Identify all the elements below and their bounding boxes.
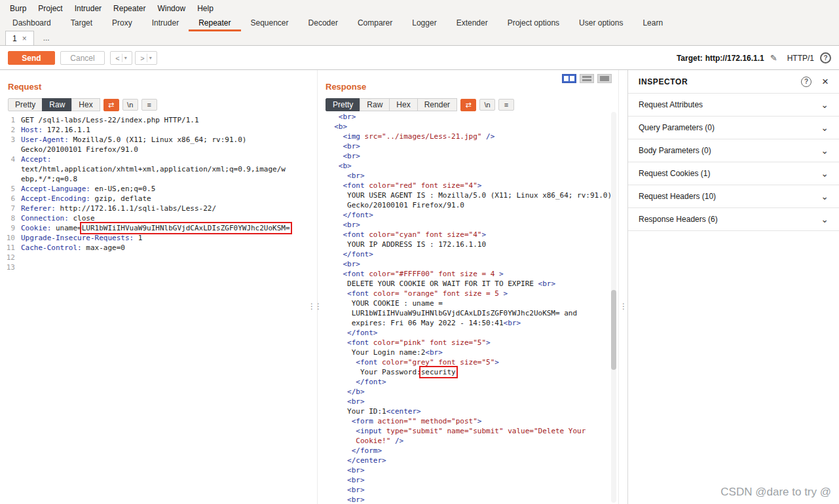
menu-project[interactable]: Project xyxy=(32,4,68,13)
help-icon[interactable]: ? xyxy=(820,52,831,63)
edit-target-icon[interactable]: ✎ xyxy=(770,53,777,63)
code-line: 4Accept: xyxy=(4,154,317,164)
history-forward-button[interactable]: >▾ xyxy=(135,51,157,65)
tab-user-options[interactable]: User options xyxy=(569,16,633,31)
code-line: <font color="pink" font size="5"> xyxy=(326,338,618,348)
code-line: LUR1bWIiIHVuaW9uIHNlbGVjdCAxLDIsZGF0YWJh… xyxy=(326,308,618,318)
repeater-tab-1[interactable]: 1 × xyxy=(5,31,34,45)
code-line: <br> xyxy=(326,141,618,151)
cancel-button[interactable]: Cancel xyxy=(60,51,105,65)
code-segment: > xyxy=(499,270,504,278)
request-newline-icon[interactable]: \n xyxy=(122,99,138,111)
code-segment: </form> xyxy=(326,446,382,455)
inspector-section-request-cookies-1[interactable]: Request Cookies (1)⌄ xyxy=(628,162,839,185)
code-line: Your Password:security xyxy=(326,367,618,377)
code-segment: <form xyxy=(326,417,377,425)
code-line: 6Accept-Encoding: gzip, deflate xyxy=(4,194,317,204)
code-segment: <font xyxy=(326,230,369,239)
close-icon[interactable]: × xyxy=(822,75,829,88)
http-version-button[interactable]: HTTP/1 xyxy=(787,54,814,63)
tab-comparer[interactable]: Comparer xyxy=(348,16,402,31)
code-segment: /> xyxy=(481,132,494,141)
tab-target[interactable]: Target xyxy=(61,16,102,31)
tab-extender[interactable]: Extender xyxy=(447,16,498,31)
tab-decoder[interactable]: Decoder xyxy=(299,16,348,31)
tab-logger[interactable]: Logger xyxy=(402,16,446,31)
code-segment: <input xyxy=(326,427,386,435)
code-line: YOUR COOKIE : uname = xyxy=(326,298,618,308)
code-line: 2Host: 172.16.1.1 xyxy=(4,125,317,135)
code-segment: <font xyxy=(326,181,369,190)
help-icon[interactable]: ? xyxy=(801,77,811,87)
code-segment: expires: Fri 06 May 2022 - 14:50:41 xyxy=(326,319,504,327)
response-tab-raw[interactable]: Raw xyxy=(360,98,390,111)
inspector-section-label: Body Parameters (0) xyxy=(639,146,821,155)
request-nonprintable-toggle-icon[interactable]: ⇄ xyxy=(103,99,119,111)
code-segment: > xyxy=(504,289,508,298)
menu-help[interactable]: Help xyxy=(191,4,219,13)
code-segment: <br> xyxy=(326,142,360,151)
tab-project-options[interactable]: Project options xyxy=(498,16,569,31)
close-icon[interactable]: × xyxy=(22,34,27,43)
panel-splitter-handle[interactable]: ⋮⋮ xyxy=(308,302,321,310)
code-segment: YOUR IP ADDRESS IS : 172.16.1.10 xyxy=(326,240,486,249)
code-segment: <br> xyxy=(504,319,521,327)
inspector-section-request-attributes[interactable]: Request Attributes⌄ xyxy=(628,94,839,117)
code-segment: </center> xyxy=(326,456,386,465)
tab-repeater[interactable]: Repeater xyxy=(189,16,240,31)
response-tab-pretty[interactable]: Pretty xyxy=(326,98,360,111)
code-segment: Cache-Control: xyxy=(21,243,82,252)
line-number: 5 xyxy=(4,184,15,194)
tab-sequencer[interactable]: Sequencer xyxy=(241,16,299,31)
repeater-tab-more[interactable]: ... xyxy=(34,31,59,45)
code-line: <br> xyxy=(326,485,618,495)
response-newline-icon[interactable]: \n xyxy=(479,99,495,111)
tab-dashboard[interactable]: Dashboard xyxy=(3,16,61,31)
code-line: <br> xyxy=(326,171,618,181)
chevron-down-icon: ⌄ xyxy=(821,191,829,202)
layout-single-button[interactable] xyxy=(597,74,612,83)
code-line: </font> xyxy=(326,210,618,220)
layout-rows-button[interactable] xyxy=(580,74,594,83)
menu-repeater[interactable]: Repeater xyxy=(107,4,151,13)
code-segment: DELETE YOUR COOKIE OR WAIT FOR IT TO EXP… xyxy=(326,279,538,288)
code-line: 8Connection: close xyxy=(4,213,317,223)
history-back-button[interactable]: <▾ xyxy=(110,51,132,65)
chevron-down-icon: ⌄ xyxy=(821,168,829,179)
request-tab-raw[interactable]: Raw xyxy=(42,98,72,111)
code-line: Gecko/20100101 Firefox/91.0 xyxy=(326,200,618,210)
menu-intruder[interactable]: Intruder xyxy=(69,4,107,13)
inspector-section-request-headers-10[interactable]: Request Headers (10)⌄ xyxy=(628,185,839,208)
tab-proxy[interactable]: Proxy xyxy=(102,16,142,31)
menu-burp[interactable]: Burp xyxy=(4,4,32,13)
send-button[interactable]: Send xyxy=(8,51,55,65)
request-menu-icon[interactable]: ≡ xyxy=(141,99,157,111)
request-tab-pretty[interactable]: Pretty xyxy=(8,98,43,111)
tab-learn[interactable]: Learn xyxy=(633,16,673,31)
response-menu-icon[interactable]: ≡ xyxy=(498,99,514,111)
layout-columns-button[interactable] xyxy=(562,74,576,83)
response-nonprintable-toggle-icon[interactable]: ⇄ xyxy=(460,99,476,111)
response-tab-hex[interactable]: Hex xyxy=(389,98,417,111)
inspector-section-body-parameters-0[interactable]: Body Parameters (0)⌄ xyxy=(628,139,839,162)
code-line: 13 xyxy=(4,262,317,272)
code-segment: <font xyxy=(326,270,369,278)
chevron-down-icon: ⌄ xyxy=(821,122,829,133)
inspector-section-query-parameters-0[interactable]: Query Parameters (0)⌄ xyxy=(628,117,839,139)
code-segment: User-Agent: xyxy=(21,135,69,144)
code-segment: <br> xyxy=(326,221,360,229)
forward-arrow-icon: > xyxy=(140,54,144,62)
code-segment: Your Password: xyxy=(326,368,421,376)
response-scrollbar-thumb[interactable] xyxy=(611,290,616,370)
toolbar: Send Cancel <▾ >▾ Target: http://172.16.… xyxy=(0,46,839,70)
line-number: 8 xyxy=(4,213,15,223)
code-segment: <br> xyxy=(326,113,356,121)
request-tab-hex[interactable]: Hex xyxy=(71,98,100,111)
response-tab-render[interactable]: Render xyxy=(417,98,457,111)
tab-intruder[interactable]: Intruder xyxy=(142,16,189,31)
code-line: <br> xyxy=(326,259,618,269)
code-segment: Referer: xyxy=(21,204,56,213)
inspector-section-response-headers-6[interactable]: Response Headers (6)⌄ xyxy=(628,208,839,231)
request-editor[interactable]: 1GET /sqli-labs/Less-22/index.php HTTP/1… xyxy=(0,115,317,504)
menu-window[interactable]: Window xyxy=(151,4,191,13)
